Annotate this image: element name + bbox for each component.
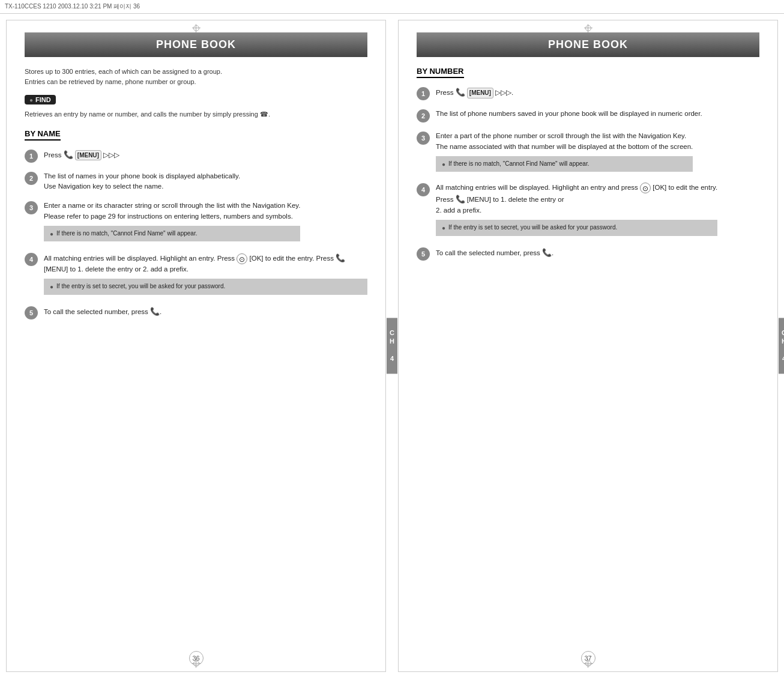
step-num-3: 3 [25,201,38,214]
step-num-1: 1 [25,150,38,163]
step-4: 4 All matching entries will be displayed… [25,252,367,297]
right-page-title: PHONE BOOK [417,32,759,57]
phone-icon-2: 📞 [336,252,345,264]
find-badge: FIND [25,95,56,104]
right-step-3-note: If there is no match, "Cannot Find Name"… [436,156,693,172]
r-phone-icon-3: 📞 [542,247,552,259]
by-name-steps: 1 Press 📞 [MENU] ▷▷▷ 2 The list of names… [25,149,367,319]
r-ok-icon: ⊙ [640,183,651,193]
right-step-content-4: All matching entries will be displayed. … [436,183,717,238]
right-page-num: 37 [581,651,596,665]
phone-icon-3: 📞 [150,306,160,318]
step-num-2: 2 [25,172,38,185]
phone-icon: 📞 [64,149,73,161]
right-step-3: 3 Enter a part of the phone number or sc… [417,131,759,174]
right-step-content-1: Press 📞 [MENU] ▷▷▷. [436,86,513,98]
right-step-4: 4 All matching entries will be displayed… [417,183,759,238]
right-step-num-5: 5 [417,247,430,261]
right-page: PHONE BOOK BY NUMBER 1 Press 📞 [MENU] ▷▷… [398,20,778,672]
step-1: 1 Press 📞 [MENU] ▷▷▷ [25,149,367,163]
by-number-heading: BY NUMBER [417,67,464,78]
left-page-num: 36 [189,651,204,665]
step-2: 2 The list of names in your phone book i… [25,171,367,193]
step-num-4: 4 [25,253,38,266]
print-header: TX-110CCES 1210 2003.12.10 3:21 PM 페이지 3… [0,0,784,14]
by-number-steps: 1 Press 📞 [MENU] ▷▷▷. 2 The list of phon… [417,86,759,261]
step-content-3: Enter a name or its character string or … [44,201,300,244]
step-content-5: To call the selected number, press 📞. [44,306,161,318]
r-phone-icon-2: 📞 [456,193,465,205]
by-name-heading: BY NAME [25,129,61,141]
step-content-1: Press 📞 [MENU] ▷▷▷ [44,149,119,161]
step-content-2: The list of names in your phone book is … [44,171,240,193]
ok-icon: ⊙ [237,253,247,264]
right-step-content-2: The list of phone numbers saved in your … [436,109,702,120]
right-step-num-2: 2 [417,109,430,123]
right-step-num-4: 4 [417,183,430,196]
left-page: PHONE BOOK Stores up to 300 entries, eac… [6,20,386,672]
right-step-content-3: Enter a part of the phone number or scro… [436,131,693,174]
find-desc: Retrieves an entry by name or number, an… [25,109,367,120]
ch-tab-left-page: CH4 [387,318,397,374]
right-step-num-1: 1 [417,87,430,100]
right-step-2: 2 The list of phone numbers saved in you… [417,109,759,123]
ch-tab-right-page: CH4 [779,318,784,374]
step-content-4: All matching entries will be displayed. … [44,252,367,297]
step-3: 3 Enter a name or its character string o… [25,201,367,244]
right-step-5: 5 To call the selected number, press 📞. [417,247,759,261]
right-step-4-note: If the entry is set to secret, you will … [436,220,717,236]
right-step-1: 1 Press 📞 [MENU] ▷▷▷. [417,86,759,100]
step-num-5: 5 [25,306,38,319]
r-phone-icon-1: 📞 [456,86,465,98]
left-page-title: PHONE BOOK [25,32,367,57]
step-3-note: If there is no match, "Cannot Find Name"… [44,226,300,242]
left-intro: Stores up to 300 entries, each of which … [25,67,367,86]
step-4-note: If the entry is set to secret, you will … [44,279,367,295]
right-step-num-3: 3 [417,132,430,145]
step-5: 5 To call the selected number, press 📞. [25,306,367,319]
right-step-content-5: To call the selected number, press 📞. [436,247,553,259]
